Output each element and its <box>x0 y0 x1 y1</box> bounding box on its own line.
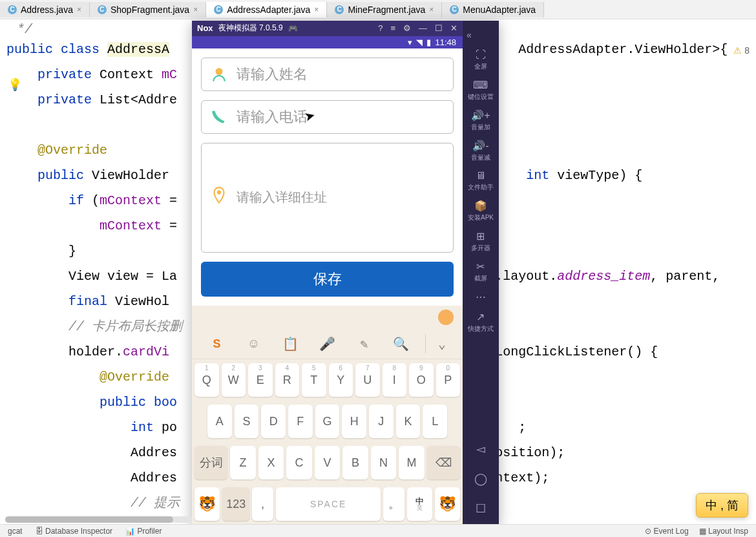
sidebar-item[interactable]: ⌨键位设置 <box>468 75 494 105</box>
clipboard-icon[interactable]: 📋 <box>278 334 304 353</box>
key-r[interactable]: 4R <box>275 363 300 397</box>
key-space[interactable]: SPACE <box>276 487 381 521</box>
tab-menu-adapter[interactable]: CMenuAdapter.java <box>442 2 544 17</box>
android-recents-icon[interactable]: ☐ <box>476 501 486 516</box>
collapse-icon[interactable]: « <box>463 26 476 44</box>
key-w[interactable]: 2W <box>222 363 246 397</box>
search-icon[interactable]: 🔍 <box>388 334 414 353</box>
layout-inspector-tab[interactable]: ▦ Layout Insp <box>699 527 748 536</box>
sidebar-item[interactable]: 📦安装APK <box>468 196 494 226</box>
kb-row-1: 1Q2W3E4R5T6Y7U8I9O0P <box>192 359 463 401</box>
key-comma[interactable]: , <box>252 487 273 521</box>
java-class-icon: C <box>8 5 17 14</box>
tab-mine-fragment[interactable]: CMineFragment.java× <box>327 2 442 17</box>
close-icon[interactable]: ✕ <box>450 23 457 33</box>
key-m[interactable]: M <box>399 446 424 479</box>
key-language[interactable]: 中英 <box>407 487 432 521</box>
key-o[interactable]: 9O <box>409 363 434 397</box>
key-g[interactable]: G <box>315 405 340 438</box>
close-icon[interactable]: × <box>77 5 81 14</box>
sidebar-item[interactable]: ✂截屏 <box>468 257 494 287</box>
name-field[interactable]: 请输入姓名 <box>201 58 454 91</box>
key-p[interactable]: 0P <box>436 363 461 397</box>
close-icon[interactable]: × <box>429 5 434 14</box>
chevron-down-icon[interactable]: ⌄ <box>425 334 451 353</box>
minimize-icon[interactable]: — <box>419 23 427 33</box>
sidebar-item[interactable]: ⋯ <box>468 287 494 307</box>
sidebar-item[interactable]: ⛶全屏 <box>468 45 494 75</box>
mic-icon[interactable]: 🎤 <box>315 334 341 353</box>
key-分词[interactable]: 分词 <box>194 446 227 479</box>
key-a[interactable]: A <box>207 405 232 438</box>
key-f[interactable]: F <box>288 405 313 438</box>
sogou-logo-icon[interactable]: S <box>204 334 230 353</box>
phone-field[interactable]: 请输入电话 <box>201 100 454 134</box>
emoji-icon[interactable]: ☺ <box>241 334 267 353</box>
key-h[interactable]: H <box>342 405 366 438</box>
battery-icon: ▮ <box>426 37 431 47</box>
java-class-icon: C <box>450 5 459 14</box>
android-statusbar: ▾ ◥ ▮ 11:48 <box>192 36 463 48</box>
close-icon[interactable]: × <box>314 5 319 14</box>
tab-address[interactable]: CAddress.java× <box>0 2 90 17</box>
database-inspector-tab[interactable]: 🗄 Database Inspector <box>36 527 112 536</box>
sidebar-item[interactable]: 🔊-音量减 <box>468 136 494 166</box>
key-k[interactable]: K <box>396 405 421 438</box>
horizontal-scrollbar[interactable] <box>5 516 193 523</box>
key-y[interactable]: 6Y <box>329 363 353 397</box>
tab-address-adapter[interactable]: CAddressAdapter.java× <box>206 2 327 17</box>
key-q[interactable]: 1Q <box>194 363 219 397</box>
menu-icon[interactable]: ≡ <box>390 23 395 33</box>
gamepad-icon[interactable]: 🎮 <box>288 24 298 33</box>
key-l[interactable]: L <box>423 405 447 438</box>
help-icon[interactable]: ? <box>378 23 383 33</box>
key-i[interactable]: 8I <box>383 363 407 397</box>
key-123[interactable]: 123 <box>222 487 249 521</box>
key-x[interactable]: X <box>258 446 284 479</box>
tab-shop-fragment[interactable]: CShopFragment.java× <box>90 2 206 17</box>
tab-label: MenuAdapter.java <box>463 5 536 15</box>
sidebar-item[interactable]: 🔊+音量加 <box>468 105 494 136</box>
save-button[interactable]: 保存 <box>201 262 454 297</box>
event-log-tab[interactable]: ⊙ Event Log <box>645 527 688 536</box>
gear-icon[interactable]: ⚙ <box>403 23 411 33</box>
tab-label: MineFragment.java <box>348 5 425 15</box>
key-c[interactable]: C <box>286 446 311 479</box>
warning-badge[interactable]: 8 <box>733 45 750 56</box>
key-z[interactable]: Z <box>230 446 255 479</box>
emulator-titlebar[interactable]: Nox 夜神模拟器 7.0.5.9 🎮 ? ≡ ⚙ — ☐ ✕ <box>192 21 463 36</box>
key-d[interactable]: D <box>261 405 286 438</box>
sidebar-item[interactable]: 🖥文件助手 <box>468 166 494 196</box>
logcat-tab[interactable]: gcat <box>8 527 23 536</box>
key-n[interactable]: N <box>371 446 396 479</box>
key-b[interactable]: B <box>342 446 368 479</box>
emoji-avatar-icon[interactable] <box>438 310 454 325</box>
key-emoji-right[interactable]: 🐯 <box>435 487 460 521</box>
key-emoji-left[interactable]: 🐯 <box>194 487 220 521</box>
maximize-icon[interactable]: ☐ <box>435 23 443 33</box>
sidebar-item[interactable]: ↗快捷方式 <box>468 307 494 337</box>
signal-icon: ◥ <box>416 37 423 47</box>
android-home-icon[interactable]: ◯ <box>474 472 487 486</box>
android-back-icon[interactable]: ◅ <box>476 442 485 456</box>
key-⌫[interactable]: ⌫ <box>427 446 460 479</box>
handwriting-icon[interactable]: ✎ <box>352 334 377 353</box>
sidebar-icon: ⛶ <box>476 49 486 61</box>
key-s[interactable]: S <box>235 405 259 438</box>
key-e[interactable]: 3E <box>248 363 273 397</box>
key-period[interactable]: 。 <box>383 487 404 521</box>
key-v[interactable]: V <box>315 446 340 479</box>
intention-bulb-icon[interactable]: 💡 <box>8 78 22 92</box>
ide-statusbar: gcat 🗄 Database Inspector 📊 Profiler ⊙ E… <box>0 524 756 537</box>
key-u[interactable]: 7U <box>355 363 380 397</box>
address-field[interactable]: 请输入详细住址 <box>201 143 454 253</box>
sidebar-item[interactable]: ⊞多开器 <box>468 226 494 257</box>
close-icon[interactable]: × <box>193 5 198 14</box>
svg-point-0 <box>216 68 223 75</box>
placeholder-text: 请输入姓名 <box>236 65 308 84</box>
key-t[interactable]: 5T <box>302 363 326 397</box>
status-clock: 11:48 <box>435 37 456 47</box>
profiler-tab[interactable]: 📊 Profiler <box>125 527 162 536</box>
system-ime-badge[interactable]: 中 , 简 <box>696 493 748 518</box>
key-j[interactable]: J <box>369 405 394 438</box>
